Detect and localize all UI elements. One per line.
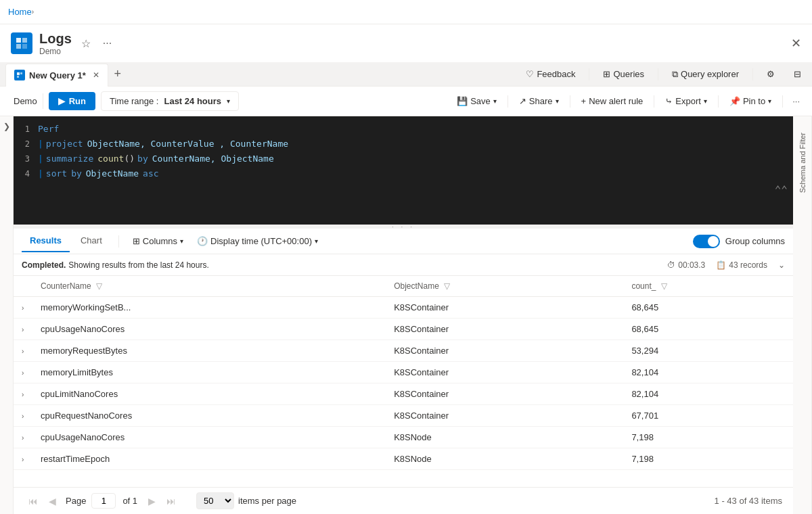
- new-alert-button[interactable]: + New alert rule: [576, 93, 649, 109]
- svg-rect-3: [22, 44, 27, 49]
- per-page-select[interactable]: 50 100 200: [196, 492, 234, 509]
- row-expand-icon[interactable]: ›: [22, 456, 24, 463]
- toolbar-sep-3: [654, 95, 654, 108]
- toggle-knob: [708, 236, 719, 247]
- tab-close-icon[interactable]: ✕: [93, 70, 99, 80]
- counter-name-cell: memoryLimitBytes: [32, 362, 386, 383]
- code-editor[interactable]: 1 Perf 2 | project ObjectName, CounterVa…: [14, 116, 793, 225]
- code-line-1: 1 Perf: [14, 122, 793, 137]
- tab-add-button[interactable]: +: [108, 65, 127, 84]
- results-area: Results Chart ⊞ Columns ▾ 🕐 Display time…: [14, 229, 793, 514]
- object-name-cell: K8SContainer: [386, 297, 623, 319]
- counter-name-cell: cpuLimitNanoCores: [32, 383, 386, 405]
- counter-name-cell: memoryRequestBytes: [32, 340, 386, 362]
- feedback-label: Feedback: [537, 69, 575, 79]
- row-expand-icon[interactable]: ›: [22, 326, 24, 333]
- side-collapse-button[interactable]: ❯: [0, 116, 14, 514]
- row-expand-icon[interactable]: ›: [22, 348, 24, 355]
- toggle-switch[interactable]: [693, 235, 720, 248]
- status-message: Showing results from the last 24 hours.: [68, 260, 208, 270]
- time-range-prefix: Time range :: [110, 96, 159, 106]
- export-icon: ⤷: [665, 96, 673, 106]
- tab-chart[interactable]: Chart: [72, 230, 110, 252]
- row-expand-cell: ›: [14, 448, 32, 470]
- share-chevron: ▾: [556, 97, 559, 105]
- row-expand-icon[interactable]: ›: [22, 304, 24, 312]
- pagination: ⏮ ◀ Page of 1 ▶ ⏭ 50 100 200 items per p…: [14, 487, 793, 514]
- home-link[interactable]: Home: [8, 7, 32, 17]
- logs-icon: [15, 37, 28, 50]
- tab-results[interactable]: Results: [22, 230, 70, 252]
- breadcrumb-chevron: ›: [32, 8, 34, 16]
- more-options-icon[interactable]: ···: [100, 34, 114, 52]
- object-name-filter[interactable]: ▽: [444, 281, 450, 291]
- close-button[interactable]: ✕: [791, 36, 801, 51]
- clock-icon: 🕐: [197, 236, 208, 246]
- queries-button[interactable]: ⊞ Queries: [597, 66, 650, 82]
- object-name-label: ObjectName: [394, 281, 439, 291]
- kw-by-2: by: [71, 166, 82, 181]
- svg-rect-6: [17, 76, 19, 78]
- kw-project: project: [46, 137, 83, 151]
- prev-page-button[interactable]: ◀: [45, 493, 60, 509]
- export-label: Export: [675, 96, 701, 106]
- count-label: count_: [631, 281, 656, 291]
- alert-icon: +: [581, 96, 587, 106]
- results-tab-sep: [118, 235, 119, 248]
- line-num-2: 2: [14, 137, 38, 151]
- toolbar-sep-5: [782, 95, 783, 108]
- group-columns-toggle[interactable]: Group columns: [693, 235, 785, 248]
- settings-button[interactable]: ⚙: [761, 66, 780, 82]
- code-text-3: CounterName, ObjectName: [152, 151, 274, 166]
- query-explorer-button[interactable]: ⧉ Query explorer: [667, 66, 744, 83]
- first-page-button[interactable]: ⏮: [24, 493, 42, 509]
- row-expand-cell: ›: [14, 405, 32, 427]
- row-expand-cell: ›: [14, 340, 32, 362]
- table-row: › memoryRequestBytes K8SContainer 53,294: [14, 340, 793, 362]
- results-tabs: Results Chart ⊞ Columns ▾ 🕐 Display time…: [14, 229, 793, 254]
- status-right: ⏱ 00:03.3 📋 43 records ⌄: [667, 260, 785, 270]
- time-range-chevron: ▾: [227, 97, 230, 105]
- more-toolbar-button[interactable]: ···: [788, 93, 804, 109]
- display-time-button[interactable]: 🕐 Display time (UTC+00:00) ▾: [191, 233, 323, 249]
- run-button[interactable]: ▶ Run: [49, 92, 95, 110]
- pin-to-button[interactable]: 📌 Pin to ▾: [724, 93, 777, 109]
- expand-results-button[interactable]: ⌄: [778, 260, 785, 270]
- view-toggle-button[interactable]: ⊟: [788, 66, 807, 82]
- row-expand-icon[interactable]: ›: [22, 413, 24, 420]
- next-page-button[interactable]: ▶: [144, 493, 160, 509]
- table-header: CounterName ▽ ObjectName ▽ count_ ▽: [14, 276, 793, 297]
- last-page-button[interactable]: ⏭: [162, 493, 180, 509]
- feedback-button[interactable]: ♡ Feedback: [520, 66, 581, 82]
- th-count: count_ ▽: [623, 276, 793, 297]
- top-bar: Home ›: [0, 0, 812, 24]
- counter-name-filter[interactable]: ▽: [96, 281, 102, 291]
- row-expand-icon[interactable]: ›: [22, 369, 24, 377]
- share-button[interactable]: ↗ Share ▾: [514, 93, 564, 109]
- count-cell: 53,294: [623, 340, 793, 362]
- columns-button[interactable]: ⊞ Columns ▾: [127, 233, 189, 249]
- kw-sort: sort: [46, 166, 67, 181]
- page-input[interactable]: [91, 493, 116, 509]
- export-chevron: ▾: [704, 97, 707, 105]
- code-text-2: ObjectName, CounterValue , CounterName: [87, 137, 288, 151]
- favorite-icon[interactable]: ☆: [78, 34, 93, 53]
- row-expand-icon[interactable]: ›: [22, 434, 24, 442]
- keyword-perf: Perf: [38, 122, 59, 137]
- toolbar-sep-2: [570, 95, 570, 108]
- pin-label: Pin to: [743, 96, 765, 106]
- time-range-value: Last 24 hours: [164, 96, 221, 106]
- schema-filter-sidebar[interactable]: Schema and Filter: [793, 116, 812, 514]
- row-expand-icon[interactable]: ›: [22, 391, 24, 398]
- export-button[interactable]: ⤷ Export ▾: [660, 93, 713, 109]
- tab-new-query-1[interactable]: New Query 1* ✕: [5, 64, 108, 87]
- kw-count: count: [97, 151, 124, 166]
- object-name-cell: K8SContainer: [386, 383, 623, 405]
- count-filter[interactable]: ▽: [661, 281, 667, 291]
- save-button[interactable]: 💾 Save ▾: [451, 93, 502, 109]
- table-row: › cpuRequestNanoCores K8SContainer 67,70…: [14, 405, 793, 427]
- header: Logs Demo ☆ ··· ✕: [0, 24, 812, 62]
- collapse-editor-button[interactable]: ⌃⌃: [775, 183, 788, 197]
- display-time-label: Display time (UTC+00:00): [210, 236, 312, 246]
- time-range-button[interactable]: Time range : Last 24 hours ▾: [101, 91, 239, 111]
